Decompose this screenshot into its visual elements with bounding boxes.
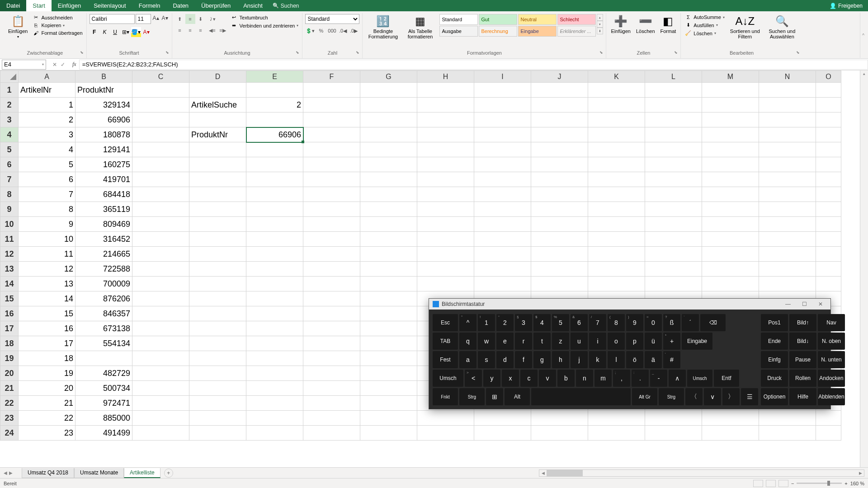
- cell-I3[interactable]: [474, 113, 531, 127]
- cell-O23[interactable]: [816, 411, 841, 426]
- key-o[interactable]: o: [608, 333, 625, 350]
- cell-A22[interactable]: 21: [19, 396, 75, 411]
- cell-N10[interactable]: [759, 217, 816, 232]
- cell-I5[interactable]: [474, 142, 531, 157]
- cell-G6[interactable]: [360, 157, 417, 172]
- cell-A13[interactable]: 12: [19, 262, 75, 277]
- key-Strg[interactable]: Strg: [659, 388, 684, 405]
- key-ö[interactable]: ö: [626, 351, 643, 368]
- cancel-formula-button[interactable]: ✕: [52, 61, 58, 68]
- key-,[interactable]: ;,: [613, 370, 630, 387]
- cell-C10[interactable]: [132, 217, 189, 232]
- key-N. oben[interactable]: N. oben: [818, 333, 845, 350]
- cell-A16[interactable]: 15: [19, 306, 75, 321]
- key-a[interactable]: a: [459, 351, 476, 368]
- key-t[interactable]: t: [533, 333, 551, 350]
- key-Abblenden[interactable]: Abblenden: [818, 388, 845, 405]
- cell-D2[interactable]: ArtikelSuche: [189, 98, 246, 113]
- cell-M5[interactable]: [702, 142, 759, 157]
- cell-J6[interactable]: [531, 157, 588, 172]
- cell-I13[interactable]: [474, 262, 531, 277]
- cell-F3[interactable]: [303, 113, 360, 127]
- cell-D9[interactable]: [189, 202, 246, 217]
- zoom-out-button[interactable]: −: [791, 481, 794, 486]
- cell-E6[interactable]: [246, 157, 303, 172]
- sheet-tab-1[interactable]: Umsatz Monate: [74, 468, 124, 478]
- cell-K6[interactable]: [588, 157, 645, 172]
- cell-O8[interactable]: [816, 187, 841, 202]
- cell-A11[interactable]: 10: [19, 232, 75, 247]
- cell-F14[interactable]: [303, 277, 360, 291]
- cell-D23[interactable]: [189, 411, 246, 426]
- column-header-G[interactable]: G: [360, 71, 417, 83]
- row-header-24[interactable]: 24: [0, 426, 19, 441]
- row-header-7[interactable]: 7: [0, 172, 19, 187]
- menu-ansicht[interactable]: Ansicht: [237, 0, 269, 11]
- cell-styles-gallery[interactable]: Standard Gut Neutral Schlecht Ausgabe Be…: [439, 14, 596, 37]
- cell-D24[interactable]: [189, 426, 246, 441]
- key-Umsch[interactable]: Umsch: [433, 370, 463, 387]
- key-k[interactable]: k: [589, 351, 606, 368]
- cell-I6[interactable]: [474, 157, 531, 172]
- merge-center-button[interactable]: ⬌Verbinden und zentrieren: [230, 22, 300, 29]
- key-Bild↓[interactable]: Bild↓: [789, 333, 816, 350]
- cell-C11[interactable]: [132, 232, 189, 247]
- autosum-button[interactable]: ΣAutoSumme: [684, 14, 726, 20]
- key-v[interactable]: v: [539, 370, 556, 387]
- key-〉[interactable]: 〉: [722, 388, 740, 405]
- column-header-J[interactable]: J: [531, 71, 588, 83]
- cell-C5[interactable]: [132, 142, 189, 157]
- row-header-8[interactable]: 8: [0, 187, 19, 202]
- cell-G21[interactable]: [360, 381, 417, 396]
- cell-N5[interactable]: [759, 142, 816, 157]
- cell-K23[interactable]: [588, 411, 645, 426]
- cell-F8[interactable]: [303, 187, 360, 202]
- cell-L2[interactable]: [645, 98, 702, 113]
- paste-button[interactable]: 📋Einfügen▾: [6, 14, 29, 40]
- cell-N3[interactable]: [759, 113, 816, 127]
- cell-G16[interactable]: [360, 306, 417, 321]
- key-Bild↑[interactable]: Bild↑: [789, 314, 816, 331]
- decrease-decimal-button[interactable]: .0▶: [349, 26, 359, 36]
- orientation-button[interactable]: ⤸▾: [208, 14, 217, 24]
- cell-H3[interactable]: [417, 113, 474, 127]
- cell-H8[interactable]: [417, 187, 474, 202]
- cell-G13[interactable]: [360, 262, 417, 277]
- cell-L12[interactable]: [645, 247, 702, 262]
- cell-H6[interactable]: [417, 157, 474, 172]
- key-Alt[interactable]: Alt: [505, 388, 530, 405]
- cell-B3[interactable]: 66906: [75, 113, 132, 127]
- key-c[interactable]: c: [520, 370, 538, 387]
- cell-K12[interactable]: [588, 247, 645, 262]
- delete-cells-button[interactable]: ➖Löschen: [634, 14, 657, 35]
- cell-I11[interactable]: [474, 232, 531, 247]
- horizontal-scrollbar[interactable]: ◀▶: [539, 469, 864, 477]
- cell-G22[interactable]: [360, 396, 417, 411]
- key-p[interactable]: p: [626, 333, 643, 350]
- cell-B1[interactable]: ProduktNr: [75, 83, 132, 98]
- cell-D13[interactable]: [189, 262, 246, 277]
- cell-I2[interactable]: [474, 98, 531, 113]
- key-m[interactable]: m: [594, 370, 612, 387]
- cell-D19[interactable]: [189, 351, 246, 366]
- column-header-D[interactable]: D: [189, 71, 246, 83]
- row-header-3[interactable]: 3: [0, 113, 19, 127]
- cell-A3[interactable]: 2: [19, 113, 75, 127]
- cell-L4[interactable]: [645, 127, 702, 142]
- cell-N13[interactable]: [759, 262, 816, 277]
- key-z[interactable]: z: [552, 333, 569, 350]
- cell-I10[interactable]: [474, 217, 531, 232]
- key-^[interactable]: °^: [459, 314, 476, 331]
- cell-J14[interactable]: [531, 277, 588, 291]
- cell-B19[interactable]: [75, 351, 132, 366]
- cell-C1[interactable]: [132, 83, 189, 98]
- cell-J8[interactable]: [531, 187, 588, 202]
- cell-E9[interactable]: [246, 202, 303, 217]
- insert-cells-button[interactable]: ➕Einfügen: [609, 14, 632, 35]
- cell-F22[interactable]: [303, 396, 360, 411]
- cell-N8[interactable]: [759, 187, 816, 202]
- cell-M3[interactable]: [702, 113, 759, 127]
- cell-J12[interactable]: [531, 247, 588, 262]
- cell-A18[interactable]: 17: [19, 336, 75, 351]
- cell-A24[interactable]: 23: [19, 426, 75, 441]
